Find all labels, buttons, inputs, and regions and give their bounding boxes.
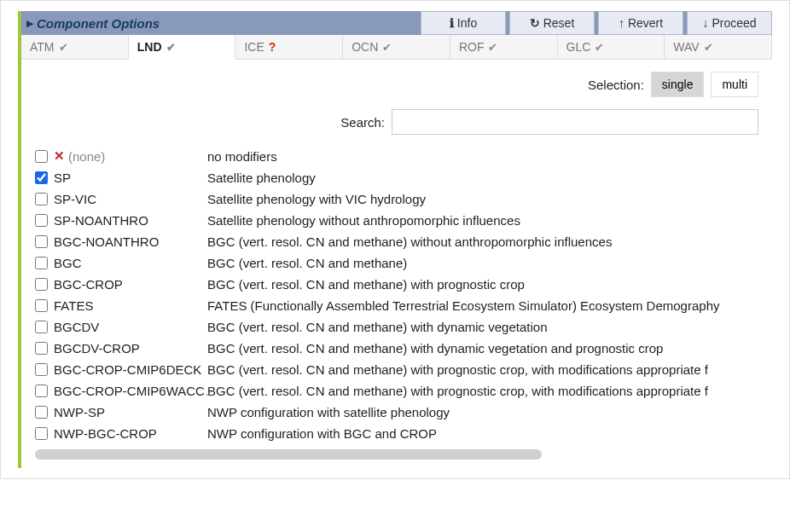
reset-button[interactable]: ↻ Reset xyxy=(509,11,595,35)
component-options-panel: ▶ Component Options ℹ Info ↻ Reset ↑ Rev… xyxy=(18,11,772,468)
option-description: BGC (vert. resol. CN and methane) withou… xyxy=(207,234,758,249)
tab-lnd[interactable]: LND✔ xyxy=(129,35,236,60)
option-description: BGC (vert. resol. CN and methane) with p… xyxy=(207,362,758,377)
question-icon: ? xyxy=(269,40,276,54)
option-name-text: (none) xyxy=(68,149,105,164)
scrollbar-thumb[interactable] xyxy=(35,449,542,460)
checkbox-wrap xyxy=(35,342,54,355)
option-name: BGC-CROP-CMIP6DECK xyxy=(54,362,207,377)
search-input[interactable] xyxy=(392,109,758,135)
tab-label: GLC xyxy=(566,40,591,54)
option-description: BGC (vert. resol. CN and methane) with p… xyxy=(207,384,758,398)
tab-body: Selection: single multi Search: ✕(none)n… xyxy=(21,60,772,468)
revert-label: Revert xyxy=(628,16,663,30)
header-bar: ▶ Component Options ℹ Info ↻ Reset ↑ Rev… xyxy=(21,11,772,35)
tab-ice[interactable]: ICE? xyxy=(235,35,343,60)
search-row: Search: xyxy=(35,109,758,135)
horizontal-scrollbar[interactable] xyxy=(35,449,758,460)
option-row: BGCBGC (vert. resol. CN and methane) xyxy=(35,252,758,274)
checkbox-wrap xyxy=(35,214,54,227)
option-row: SPSatellite phenology xyxy=(35,167,758,188)
panel-title[interactable]: ▶ Component Options xyxy=(21,11,417,35)
arrow-down-icon: ↓ xyxy=(702,16,708,30)
option-checkbox[interactable] xyxy=(35,257,48,269)
option-checkbox[interactable] xyxy=(35,321,48,333)
option-description: BGC (vert. resol. CN and methane) xyxy=(207,256,758,270)
option-checkbox[interactable] xyxy=(35,299,48,312)
option-row: SP-NOANTHROSatellite phenology without a… xyxy=(35,210,758,231)
option-checkbox[interactable] xyxy=(35,171,48,184)
option-checkbox[interactable] xyxy=(35,385,48,397)
tab-ocn[interactable]: OCN✔ xyxy=(343,35,450,60)
option-description: BGC (vert. resol. CN and methane) with d… xyxy=(207,320,758,334)
tab-rof[interactable]: ROF✔ xyxy=(450,35,558,60)
option-checkbox[interactable] xyxy=(35,193,48,205)
option-row: BGC-NOANTHROBGC (vert. resol. CN and met… xyxy=(35,231,758,252)
option-description: NWP configuration with satellite phenolo… xyxy=(207,405,758,419)
tab-label: ATM xyxy=(30,40,55,54)
option-description: BGC (vert. resol. CN and methane) with p… xyxy=(207,277,758,292)
option-row: FATESFATES (Functionally Assembled Terre… xyxy=(35,295,758,316)
option-row: BGC-CROP-CMIP6DECKBGC (vert. resol. CN a… xyxy=(35,359,758,380)
selection-multi-button[interactable]: multi xyxy=(711,72,758,97)
tab-atm[interactable]: ATM✔ xyxy=(21,35,129,60)
checkbox-wrap xyxy=(35,427,54,440)
option-name: NWP-BGC-CROP xyxy=(54,426,207,441)
option-checkbox[interactable] xyxy=(35,214,48,227)
option-checkbox[interactable] xyxy=(35,235,48,248)
option-checkbox[interactable] xyxy=(35,406,48,419)
info-label: Info xyxy=(457,16,477,30)
option-description: NWP configuration with BGC and CROP xyxy=(207,426,758,441)
info-button[interactable]: ℹ Info xyxy=(421,11,506,35)
checkbox-wrap xyxy=(35,235,54,248)
x-icon: ✕ xyxy=(54,148,65,164)
option-checkbox[interactable] xyxy=(35,150,48,163)
option-description: no modifiers xyxy=(207,149,758,164)
info-icon: ℹ xyxy=(450,16,454,30)
arrow-up-icon: ↑ xyxy=(619,16,624,30)
option-name-text: BGC-CROP xyxy=(54,277,123,292)
collapse-icon: ▶ xyxy=(26,18,33,29)
tab-wav[interactable]: WAV✔ xyxy=(665,35,772,60)
revert-button[interactable]: ↑ Revert xyxy=(598,11,683,35)
tab-label: ICE xyxy=(244,40,264,54)
option-row: SP-VICSatellite phenology with VIC hydro… xyxy=(35,188,758,210)
option-name-text: BGCDV xyxy=(54,320,99,334)
proceed-button[interactable]: ↓ Proceed xyxy=(687,11,772,35)
option-name: BGCDV xyxy=(54,320,207,334)
option-description: Satellite phenology with VIC hydrology xyxy=(207,192,758,206)
checkbox-wrap xyxy=(35,171,54,184)
option-name-text: BGCDV-CROP xyxy=(54,341,140,356)
tab-glc[interactable]: GLC✔ xyxy=(558,35,665,60)
option-checkbox[interactable] xyxy=(35,427,48,440)
tabs-row: ATM✔LND✔ICE?OCN✔ROF✔GLC✔WAV✔ xyxy=(21,35,772,60)
check-icon: ✔ xyxy=(382,41,392,54)
option-name: SP xyxy=(54,171,207,185)
option-name-text: FATES xyxy=(54,298,93,313)
option-name-text: BGC-CROP-CMIP6WACC… xyxy=(54,384,207,398)
option-row: BGC-CROPBGC (vert. resol. CN and methane… xyxy=(35,274,758,295)
selection-label: Selection: xyxy=(588,78,644,92)
tab-label: LND xyxy=(137,40,162,54)
tab-label: ROF xyxy=(459,40,485,54)
option-checkbox[interactable] xyxy=(35,278,48,291)
widget-container: ▶ Component Options ℹ Info ↻ Reset ↑ Rev… xyxy=(0,0,790,479)
tab-label: OCN xyxy=(351,40,378,54)
option-checkbox[interactable] xyxy=(35,342,48,355)
check-icon: ✔ xyxy=(166,41,176,54)
option-name-text: BGC xyxy=(54,256,82,270)
option-name: BGC-CROP-CMIP6WACC… xyxy=(54,384,207,398)
option-checkbox[interactable] xyxy=(35,363,48,376)
option-row: ✕(none)no modifiers xyxy=(35,145,758,167)
check-icon: ✔ xyxy=(595,41,604,54)
selection-single-button[interactable]: single xyxy=(651,72,705,97)
option-name: BGC-CROP xyxy=(54,277,207,292)
checkbox-wrap xyxy=(35,150,54,163)
reset-label: Reset xyxy=(543,16,575,30)
tab-label: WAV xyxy=(673,40,699,54)
option-name: BGC xyxy=(54,256,207,270)
checkbox-wrap xyxy=(35,257,54,269)
option-description: FATES (Functionally Assembled Terrestria… xyxy=(207,298,758,313)
reset-icon: ↻ xyxy=(530,16,540,30)
option-name: FATES xyxy=(54,298,207,313)
